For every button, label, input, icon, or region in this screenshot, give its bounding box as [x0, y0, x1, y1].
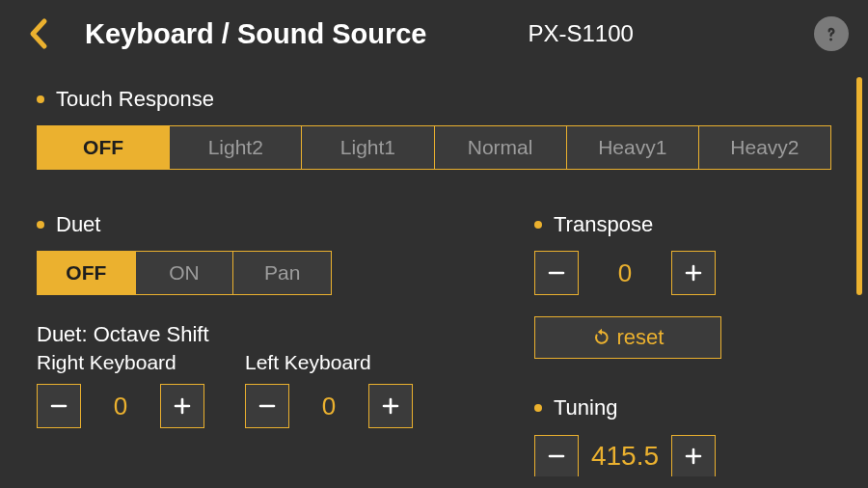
page-title: Keyboard / Sound Source: [85, 18, 427, 50]
tuning-label: Tuning: [534, 395, 831, 420]
duet-label: Duet: [37, 212, 529, 237]
scrollbar[interactable]: [856, 77, 862, 295]
bullet-icon: [534, 221, 542, 229]
right-keyboard-plus-button[interactable]: [160, 384, 204, 428]
help-button[interactable]: [814, 16, 849, 51]
right-keyboard-stepper: 0: [37, 384, 204, 428]
svg-point-0: [829, 38, 832, 41]
left-keyboard-block: Left Keyboard 0: [245, 351, 413, 428]
left-keyboard-label: Left Keyboard: [245, 351, 413, 374]
right-keyboard-minus-button[interactable]: [37, 384, 81, 428]
touch-response-heavy1[interactable]: Heavy1: [567, 125, 699, 170]
transpose-reset-button[interactable]: reset: [534, 316, 721, 359]
touch-response-light1[interactable]: Light1: [302, 125, 434, 170]
tuning-value: 415.5: [579, 434, 671, 476]
left-keyboard-minus-button[interactable]: [245, 384, 289, 428]
content-area: Touch Response OFF Light2 Light1 Normal …: [0, 68, 868, 476]
bullet-icon: [37, 95, 44, 103]
touch-response-group: OFF Light2 Light1 Normal Heavy1 Heavy2: [37, 125, 831, 170]
left-keyboard-plus-button[interactable]: [368, 384, 413, 428]
touch-response-light2[interactable]: Light2: [170, 125, 302, 170]
duet-pan[interactable]: Pan: [233, 251, 332, 295]
plus-icon: [684, 447, 703, 466]
duet-column: Duet OFF ON Pan Duet: Octave Shift Right…: [37, 212, 529, 476]
minus-icon: [258, 396, 277, 416]
plus-icon: [684, 263, 703, 283]
minus-icon: [547, 447, 566, 466]
octave-shift-heading: Duet: Octave Shift: [37, 322, 529, 347]
touch-response-label: Touch Response: [37, 87, 831, 112]
reset-icon: [592, 328, 611, 347]
bullet-icon: [534, 404, 542, 412]
bullet-icon: [37, 221, 44, 229]
transpose-label: Transpose: [534, 212, 831, 237]
transpose-plus-button[interactable]: [671, 251, 716, 295]
touch-response-normal[interactable]: Normal: [435, 125, 567, 170]
right-keyboard-label: Right Keyboard: [37, 351, 204, 374]
minus-icon: [49, 396, 68, 416]
tuning-minus-button[interactable]: [534, 435, 579, 476]
duet-on[interactable]: ON: [136, 251, 234, 295]
plus-icon: [173, 396, 192, 416]
plus-icon: [381, 396, 400, 416]
touch-response-off[interactable]: OFF: [37, 125, 170, 170]
transpose-value: 0: [579, 251, 671, 295]
minus-icon: [547, 263, 566, 283]
left-keyboard-stepper: 0: [245, 384, 413, 428]
header: Keyboard / Sound Source PX-S1100: [0, 0, 868, 68]
transpose-minus-button[interactable]: [534, 251, 579, 295]
chevron-left-icon: [27, 17, 48, 50]
right-keyboard-value: 0: [81, 384, 160, 428]
tuning-stepper: 415.5: [534, 434, 831, 476]
touch-response-heavy2[interactable]: Heavy2: [699, 125, 831, 170]
right-keyboard-block: Right Keyboard 0: [37, 351, 204, 428]
transpose-stepper: 0: [534, 251, 831, 295]
help-icon: [821, 23, 842, 44]
tuning-plus-button[interactable]: [671, 435, 716, 476]
left-keyboard-value: 0: [289, 384, 368, 428]
duet-off[interactable]: OFF: [37, 251, 136, 295]
back-button[interactable]: [19, 15, 56, 52]
svg-marker-10: [597, 329, 601, 336]
model-label: PX-S1100: [529, 20, 634, 47]
duet-group: OFF ON Pan: [37, 251, 332, 295]
transpose-column: Transpose 0 reset: [534, 212, 831, 476]
